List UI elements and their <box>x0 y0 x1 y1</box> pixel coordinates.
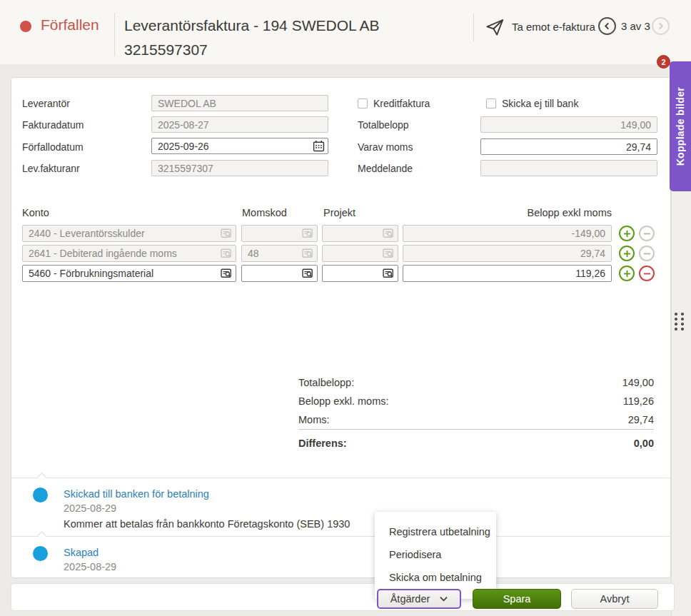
summary-difference-label: Differens: <box>298 438 347 449</box>
lookup-icon <box>221 248 232 259</box>
vat-amount-label: Varav moms <box>358 141 413 153</box>
status-dot-icon <box>20 21 31 32</box>
skip-bank-label: Skicka ej till bank <box>502 98 578 109</box>
lookup-icon <box>383 248 394 259</box>
add-row-button[interactable] <box>619 246 635 261</box>
vat-amount-field[interactable] <box>480 138 657 155</box>
due-date-label: Förfallodatum <box>22 141 84 153</box>
lookup-icon <box>302 228 313 239</box>
invoice-date-label: Fakturadatum <box>22 119 84 131</box>
timeline-event-date: 2025-08-29 <box>64 561 116 572</box>
summary-total-label: Totalbelopp: <box>298 377 354 388</box>
caret-up-icon <box>37 531 46 540</box>
attachments-count-badge: 2 <box>657 55 670 69</box>
col-header-konto: Konto <box>22 207 49 218</box>
menu-item-registrera-utbetalning[interactable]: Registrera utbetalning <box>375 520 496 543</box>
calendar-icon[interactable] <box>313 140 325 152</box>
table-row-3-konto[interactable]: 5460 - Förbrukningsmaterial <box>22 265 236 282</box>
remove-row-button[interactable] <box>639 266 655 281</box>
timeline-divider <box>11 536 672 537</box>
table-row-3-momskod[interactable] <box>241 265 318 282</box>
summary-excl-vat-value: 119,26 <box>511 395 654 407</box>
lookup-icon[interactable] <box>221 268 232 279</box>
save-button[interactable]: Spara <box>473 589 561 609</box>
remove-row-button <box>639 246 655 261</box>
table-row-2-momskod: 48 <box>241 245 318 262</box>
supplier-field <box>151 95 328 111</box>
timeline-divider <box>11 478 672 478</box>
add-row-button[interactable] <box>619 226 635 241</box>
caret-up-icon <box>37 473 46 482</box>
tab-kopplade-bilder[interactable]: Kopplade bilder <box>670 61 691 191</box>
col-header-belopp: Belopp exkl moms <box>469 207 612 218</box>
table-row-3-projekt[interactable] <box>322 265 398 282</box>
total-amount-field <box>480 116 657 133</box>
lookup-icon <box>302 248 313 259</box>
page-title-line1: Leverantörsfaktura - 194 SWEDOL AB <box>124 14 380 38</box>
invoice-form-card: Leverantör Fakturadatum Förfallodatum Le… <box>11 77 671 578</box>
timeline-dot-icon <box>33 488 48 503</box>
invoice-date-field <box>151 116 328 133</box>
due-date-field-wrap <box>151 138 328 154</box>
table-row-1-projekt <box>322 225 398 242</box>
supplier-invoice-no-label: Lev.fakturanr <box>22 163 80 174</box>
lookup-icon[interactable] <box>383 268 394 279</box>
drag-handle-icon[interactable] <box>675 313 684 330</box>
paper-plane-icon <box>484 16 505 38</box>
supplier-label: Leverantör <box>22 98 70 109</box>
table-row-2-projekt <box>322 245 398 262</box>
remove-row-button <box>639 226 655 241</box>
add-row-button[interactable] <box>619 266 635 281</box>
page-title: Leverantörsfaktura - 194 SWEDOL AB 32155… <box>124 14 380 62</box>
actions-dropdown-menu: Registrera utbetalning Periodisera Skick… <box>375 512 496 599</box>
due-date-field[interactable] <box>152 141 313 152</box>
credit-invoice-checkbox[interactable] <box>358 99 368 108</box>
supplier-invoice-no-field <box>151 160 328 176</box>
header-divider <box>473 14 474 41</box>
timeline-event-note: Kommer att betalas från bankkonto Företa… <box>64 518 350 530</box>
summary-vat-value: 29,74 <box>511 414 654 425</box>
lookup-icon <box>383 228 394 239</box>
summary-difference-value: 0,00 <box>511 438 654 449</box>
col-header-momskod: Momskod <box>242 207 287 218</box>
attachments-tab-label: Kopplade bilder <box>675 87 686 166</box>
next-invoice-button <box>652 17 670 35</box>
receive-einvoice-button[interactable]: Ta emot e-faktura <box>512 21 595 33</box>
table-row-2-konto: 2641 - Debiterad ingående moms <box>22 245 236 262</box>
summary-divider <box>298 429 654 430</box>
menu-item-periodisera[interactable]: Periodisera <box>375 543 496 566</box>
total-amount-label: Totalbelopp <box>358 119 409 131</box>
invoice-pager-text: 3 av 3 <box>621 20 650 32</box>
timeline-event-date: 2025-08-29 <box>64 503 116 514</box>
table-row-2-belopp: 29,74 <box>403 245 612 262</box>
table-row-3-belopp[interactable]: 119,26 <box>403 265 612 282</box>
table-row-1-belopp: -149,00 <box>403 225 612 242</box>
timeline-dot-icon <box>33 546 48 561</box>
actions-button[interactable]: Åtgärder <box>377 589 461 609</box>
page-title-line2: 3215597307 <box>124 38 380 62</box>
previous-invoice-button[interactable] <box>598 17 616 35</box>
lookup-icon[interactable] <box>302 268 313 279</box>
table-row-1-momskod <box>241 225 318 242</box>
message-field <box>480 160 657 176</box>
header-divider <box>114 13 115 56</box>
timeline-event-link[interactable]: Skapad <box>64 547 99 558</box>
supplier-invoice-page: Förfallen Leverantörsfaktura - 194 SWEDO… <box>0 0 691 616</box>
summary-total-value: 149,00 <box>511 377 654 388</box>
summary-excl-vat-label: Belopp exkl. moms: <box>298 395 389 407</box>
timeline-event-link[interactable]: Skickad till banken för betalning <box>64 488 209 500</box>
status-badge: Förfallen <box>41 16 99 34</box>
table-row-1-konto: 2440 - Leverantörsskulder <box>22 225 236 242</box>
cancel-button[interactable]: Avbryt <box>571 589 658 609</box>
summary-vat-label: Moms: <box>298 414 330 425</box>
menu-item-skicka-om-betalning[interactable]: Skicka om betalning <box>375 566 496 589</box>
message-label: Meddelande <box>358 163 413 174</box>
page-header: Förfallen Leverantörsfaktura - 194 SWEDO… <box>0 0 691 64</box>
lookup-icon <box>221 228 232 239</box>
skip-bank-checkbox[interactable] <box>486 99 496 108</box>
col-header-projekt: Projekt <box>323 207 355 218</box>
chevron-down-icon <box>440 596 448 602</box>
credit-invoice-label: Kreditfaktura <box>373 98 430 109</box>
